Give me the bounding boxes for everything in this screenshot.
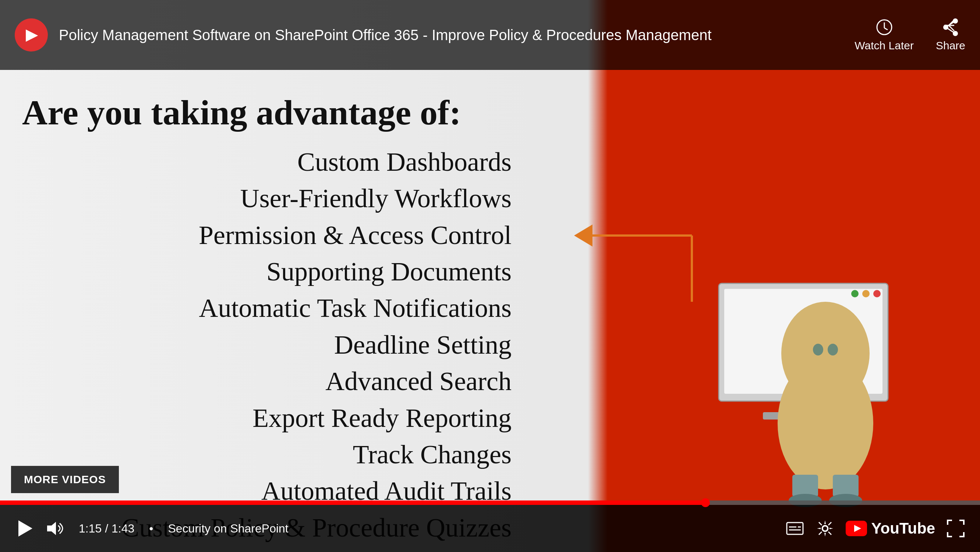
- share-label: Share: [936, 40, 965, 52]
- svg-marker-30: [47, 522, 56, 535]
- settings-icon: [816, 519, 835, 538]
- progress-bar[interactable]: [0, 501, 980, 505]
- svg-marker-2: [574, 224, 592, 247]
- settings-button[interactable]: [816, 519, 835, 538]
- time-display: 1:15 / 1:43: [79, 522, 134, 535]
- caption-text: Security on SharePoint: [168, 522, 288, 535]
- feature-item: Deadline Setting: [334, 327, 512, 363]
- separator-dot: •: [149, 522, 153, 535]
- subtitles-button[interactable]: [785, 519, 805, 538]
- play-icon: [15, 519, 34, 538]
- fullscreen-button[interactable]: [946, 519, 965, 538]
- share-icon: [941, 18, 960, 37]
- svg-point-5: [873, 290, 881, 297]
- character-illustration: [667, 247, 943, 523]
- feature-item: Automatic Task Notifications: [199, 290, 512, 326]
- video-background: Are you taking advantage of: Custom Dash…: [0, 0, 980, 552]
- youtube-logo: YouTube: [846, 520, 935, 537]
- feature-item: Permission & Access Control: [199, 217, 512, 253]
- time-separator: /: [105, 522, 111, 535]
- channel-logo: ▶: [15, 18, 48, 51]
- svg-point-12: [813, 344, 823, 355]
- play-button[interactable]: [15, 519, 34, 538]
- top-bar: ▶ Policy Management Software on SharePoi…: [0, 0, 980, 70]
- current-time: 1:15: [79, 522, 102, 535]
- volume-button[interactable]: [45, 519, 64, 538]
- svg-point-11: [781, 302, 870, 405]
- feature-item: Advanced Search: [325, 363, 512, 400]
- video-title: Policy Management Software on SharePoint…: [59, 27, 840, 43]
- volume-icon: [45, 519, 64, 538]
- total-time: 1:43: [111, 522, 134, 535]
- share-button[interactable]: Share: [936, 18, 965, 52]
- feature-item: Export Ready Reporting: [253, 400, 512, 436]
- svg-point-7: [851, 290, 859, 297]
- video-container: Are you taking advantage of: Custom Dash…: [0, 0, 980, 552]
- watch-later-icon: [875, 18, 894, 37]
- more-videos-button[interactable]: MORE VIDEOS: [11, 466, 119, 493]
- svg-marker-37: [854, 525, 861, 532]
- video-heading: Are you taking advantage of:: [22, 92, 585, 133]
- feature-item: Custom Dashboards: [298, 144, 512, 180]
- subtitles-icon: [785, 519, 805, 538]
- svg-point-6: [862, 290, 870, 297]
- controls-right: YouTube: [785, 519, 965, 538]
- svg-rect-31: [787, 523, 803, 535]
- svg-line-27: [946, 21, 955, 27]
- feature-item: Track Changes: [353, 436, 512, 473]
- svg-point-13: [828, 344, 838, 355]
- feature-item: Supporting Documents: [266, 253, 512, 290]
- svg-text:▶: ▶: [26, 27, 38, 43]
- top-bar-actions: Watch Later Share: [854, 18, 965, 52]
- watch-later-button[interactable]: Watch Later: [854, 18, 914, 52]
- controls-bottom: 1:15 / 1:43 • Security on SharePoint: [0, 505, 980, 552]
- svg-marker-29: [18, 520, 32, 536]
- youtube-icon: [846, 521, 867, 536]
- svg-line-22: [884, 28, 888, 30]
- progress-fill: [0, 501, 705, 505]
- svg-rect-15: [833, 475, 859, 497]
- feature-item: User-Friendly Workflows: [240, 180, 512, 217]
- controls-bar: 1:15 / 1:43 • Security on SharePoint: [0, 501, 980, 552]
- watch-later-label: Watch Later: [854, 40, 914, 52]
- svg-rect-14: [792, 475, 818, 497]
- svg-point-36: [822, 526, 828, 531]
- progress-thumb: [701, 498, 710, 507]
- fullscreen-icon: [946, 519, 965, 538]
- youtube-text: YouTube: [872, 520, 935, 537]
